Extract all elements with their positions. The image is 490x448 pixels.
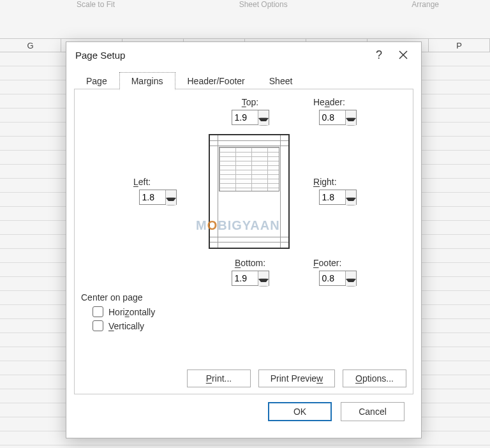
close-button[interactable] xyxy=(390,49,416,61)
tab-header-footer[interactable]: Header/Footer xyxy=(175,72,257,89)
margin-header-input[interactable] xyxy=(320,110,345,124)
center-vertically-label: Vertically xyxy=(108,321,144,331)
panel-button-row: Print... Print Preview Options... xyxy=(81,359,406,387)
margin-top-input[interactable] xyxy=(232,110,258,124)
options-button[interactable]: Options... xyxy=(343,370,406,387)
center-horizontally-row[interactable]: Horizontally xyxy=(93,306,406,317)
center-vertically-row[interactable]: Vertically xyxy=(93,320,406,331)
print-preview-button[interactable]: Print Preview xyxy=(258,370,335,387)
watermark: MOBIGYAAN xyxy=(196,218,280,233)
spinner-up-icon[interactable] xyxy=(346,271,356,279)
margin-right-spinner[interactable] xyxy=(319,190,357,205)
margin-footer-label: Footer: xyxy=(312,258,363,268)
margin-right-input[interactable] xyxy=(320,190,345,204)
tab-margins[interactable]: Margins xyxy=(119,72,175,90)
tab-page[interactable]: Page xyxy=(74,72,119,89)
margin-left-input[interactable] xyxy=(140,190,165,204)
print-button[interactable]: Print... xyxy=(187,370,251,387)
margin-bottom-group: Bottom: xyxy=(225,258,276,286)
margin-footer-spinner[interactable] xyxy=(319,271,357,286)
spinner-down-icon[interactable] xyxy=(346,198,356,205)
tab-sheet[interactable]: Sheet xyxy=(257,72,305,89)
ok-button[interactable]: OK xyxy=(268,402,332,421)
margin-top-spinner[interactable] xyxy=(232,110,269,125)
cancel-button[interactable]: Cancel xyxy=(341,402,405,421)
page-setup-dialog: Page Setup ? Page Margins Header/Footer … xyxy=(66,41,422,438)
spinner-up-icon[interactable] xyxy=(166,190,176,198)
margin-left-label: Left: xyxy=(132,177,183,187)
center-vertically-checkbox[interactable] xyxy=(93,320,103,331)
margin-bottom-label: Bottom: xyxy=(225,258,276,268)
close-icon xyxy=(399,50,408,59)
spinner-up-icon[interactable] xyxy=(346,190,356,198)
spinner-up-icon[interactable] xyxy=(258,271,269,279)
margin-bottom-input[interactable] xyxy=(232,271,258,285)
spinner-down-icon[interactable] xyxy=(346,279,356,287)
spinner-down-icon[interactable] xyxy=(346,118,356,126)
margin-footer-input[interactable] xyxy=(320,271,345,285)
spinner-down-icon[interactable] xyxy=(258,279,269,287)
dialog-titlebar: Page Setup ? xyxy=(66,42,421,68)
dialog-button-row: OK Cancel xyxy=(74,394,413,430)
margin-header-label: Header: xyxy=(312,97,363,107)
spinner-up-icon[interactable] xyxy=(258,110,269,118)
margins-panel: Top: Header: Left: xyxy=(74,89,413,394)
help-button[interactable]: ? xyxy=(368,49,390,62)
center-on-page-heading: Center on page xyxy=(81,292,406,302)
spinner-down-icon[interactable] xyxy=(166,198,176,205)
margin-header-group: Header: xyxy=(312,97,363,125)
spinner-up-icon[interactable] xyxy=(346,110,356,118)
margin-right-label: Right: xyxy=(312,177,363,187)
dialog-title: Page Setup xyxy=(75,50,368,61)
margin-top-group: Top: xyxy=(228,97,272,125)
margin-left-spinner[interactable] xyxy=(139,190,177,205)
margin-top-label: Top: xyxy=(228,97,272,107)
spinner-down-icon[interactable] xyxy=(258,118,269,126)
center-horizontally-label: Horizontally xyxy=(108,307,155,317)
tab-strip: Page Margins Header/Footer Sheet xyxy=(74,70,413,89)
margins-controls: Top: Header: Left: xyxy=(81,97,406,288)
margin-bottom-spinner[interactable] xyxy=(232,271,269,286)
margin-header-spinner[interactable] xyxy=(319,110,357,125)
center-horizontally-checkbox[interactable] xyxy=(93,306,103,317)
dialog-body: Page Margins Header/Footer Sheet Top: He… xyxy=(66,68,421,438)
margin-left-group: Left: xyxy=(132,177,183,205)
margin-right-group: Right: xyxy=(312,177,363,205)
center-on-page-section: Center on page Horizontally Vertically xyxy=(81,292,406,334)
margin-footer-group: Footer: xyxy=(312,258,363,286)
